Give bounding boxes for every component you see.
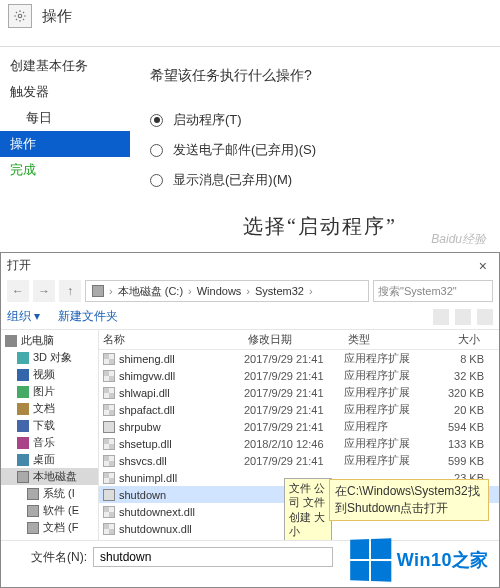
tree-item[interactable]: 音乐: [1, 434, 98, 451]
open-file-dialog: 打开 × ← → ↑ › 本地磁盘 (C:) › Windows › Syste…: [0, 252, 500, 588]
file-type: 应用程序: [344, 419, 424, 434]
file-name: shsvcs.dll: [119, 455, 167, 467]
tree-item[interactable]: 此电脑: [1, 332, 98, 349]
file-row[interactable]: shsetup.dll2018/2/10 12:46应用程序扩展133 KB: [99, 435, 499, 452]
tree-item-label: 软件 (E: [43, 503, 79, 518]
file-row[interactable]: shsvcs.dll2017/9/29 21:41应用程序扩展599 KB: [99, 452, 499, 469]
tree-item[interactable]: 桌面: [1, 451, 98, 468]
file-type: 应用程序扩展: [344, 436, 424, 451]
step-trigger[interactable]: 触发器: [0, 79, 130, 105]
tree-item[interactable]: 文档: [1, 400, 98, 417]
dialog-titlebar: 打开 ×: [1, 253, 499, 278]
tree-item-label: 文档 (F: [43, 520, 78, 535]
step-action[interactable]: 操作: [0, 131, 130, 157]
radio-start-program[interactable]: 启动程序(T): [150, 111, 490, 129]
action-form: 希望该任务执行什么操作? 启动程序(T) 发送电子邮件(已弃用)(S) 显示消息…: [130, 47, 500, 240]
dialog-title: 打开: [7, 257, 31, 274]
file-name: shimgvw.dll: [119, 370, 175, 382]
file-name: shunimpl.dll: [119, 472, 177, 484]
column-headers: 名称 修改日期 类型 大小: [99, 330, 499, 350]
folder-icon: [17, 454, 29, 466]
watermark: Baidu经验: [431, 231, 486, 248]
forward-button[interactable]: →: [33, 280, 55, 302]
file-row[interactable]: shimgvw.dll2017/9/29 21:41应用程序扩展32 KB: [99, 367, 499, 384]
tree-item[interactable]: 本地磁盘: [1, 468, 98, 485]
tree-item[interactable]: 视频: [1, 366, 98, 383]
file-type: 应用程序扩展: [344, 402, 424, 417]
filename-label: 文件名(N):: [31, 549, 87, 566]
tree-item[interactable]: 文档 (F: [1, 519, 98, 536]
step-finish[interactable]: 完成: [0, 157, 130, 183]
tree-item[interactable]: 图片: [1, 383, 98, 400]
crumb[interactable]: 本地磁盘 (C:): [118, 284, 183, 299]
file-date: 2017/9/29 21:41: [244, 353, 344, 365]
organize-button[interactable]: 组织 ▾: [7, 309, 40, 323]
file-type: 应用程序扩展: [344, 368, 424, 383]
radio-label: 发送电子邮件(已弃用)(S): [173, 141, 316, 159]
tree-item-label: 文档: [33, 401, 55, 416]
tree-item-label: 3D 对象: [33, 350, 72, 365]
task-scheduler-action-panel: 操作 创建基本任务 触发器 每日 操作 完成 希望该任务执行什么操作? 启动程序…: [0, 0, 500, 252]
file-name: shutdownux.dll: [119, 523, 192, 535]
folder-icon: [17, 386, 29, 398]
file-name: shsetup.dll: [119, 438, 172, 450]
view-icon[interactable]: [433, 309, 449, 325]
file-icon: [103, 455, 115, 467]
back-button[interactable]: ←: [7, 280, 29, 302]
step-create-task[interactable]: 创建基本任务: [0, 53, 130, 79]
dialog-toolbar: 组织 ▾ 新建文件夹: [1, 304, 499, 330]
step-daily[interactable]: 每日: [0, 105, 130, 131]
folder-icon: [5, 335, 17, 347]
file-icon: [103, 438, 115, 450]
file-icon: [103, 404, 115, 416]
tree-item[interactable]: 软件 (E: [1, 502, 98, 519]
search-input[interactable]: 搜索"System32": [373, 280, 493, 302]
radio-icon: [150, 114, 163, 127]
tree-item[interactable]: 3D 对象: [1, 349, 98, 366]
file-date: 2017/9/29 21:41: [244, 455, 344, 467]
crumb[interactable]: Windows: [197, 285, 242, 297]
col-date[interactable]: 修改日期: [244, 330, 344, 349]
tree-item-label: 图片: [33, 384, 55, 399]
folder-icon: [17, 352, 29, 364]
breadcrumb[interactable]: › 本地磁盘 (C:) › Windows › System32 ›: [85, 280, 369, 302]
file-row[interactable]: shrpubw2017/9/29 21:41应用程序594 KB: [99, 418, 499, 435]
file-row[interactable]: shlwapi.dll2017/9/29 21:41应用程序扩展320 KB: [99, 384, 499, 401]
folder-icon: [17, 420, 29, 432]
file-name: shutdownext.dll: [119, 506, 195, 518]
logo-text: Win10之家: [397, 548, 489, 572]
tree-item-label: 此电脑: [21, 333, 54, 348]
file-name: shrpubw: [119, 421, 161, 433]
folder-icon: [17, 437, 29, 449]
crumb[interactable]: System32: [255, 285, 304, 297]
gear-icon: [8, 4, 32, 28]
tree-item-label: 系统 (I: [43, 486, 75, 501]
tree-item-label: 下载: [33, 418, 55, 433]
radio-display-message[interactable]: 显示消息(已弃用)(M): [150, 171, 490, 189]
file-size: 594 KB: [424, 421, 484, 433]
close-icon[interactable]: ×: [473, 258, 493, 274]
filename-input[interactable]: [93, 547, 333, 567]
up-button[interactable]: ↑: [59, 280, 81, 302]
folder-icon: [27, 488, 39, 500]
col-type[interactable]: 类型: [344, 330, 424, 349]
col-size[interactable]: 大小: [424, 330, 484, 349]
wizard-steps: 创建基本任务 触发器 每日 操作 完成: [0, 47, 130, 240]
tree-item[interactable]: 系统 (I: [1, 485, 98, 502]
folder-icon: [17, 471, 29, 483]
radio-send-email[interactable]: 发送电子邮件(已弃用)(S): [150, 141, 490, 159]
file-date: 2018/2/10 12:46: [244, 438, 344, 450]
file-name: shwebsvc.dll: [119, 540, 181, 541]
col-name[interactable]: 名称: [99, 330, 244, 349]
tree-item[interactable]: 下载: [1, 417, 98, 434]
file-row[interactable]: shimeng.dll2017/9/29 21:41应用程序扩展8 KB: [99, 350, 499, 367]
help-icon[interactable]: [477, 309, 493, 325]
file-date: 2017/9/29 21:41: [244, 421, 344, 433]
view-icon[interactable]: [455, 309, 471, 325]
file-row[interactable]: shpafact.dll2017/9/29 21:41应用程序扩展20 KB: [99, 401, 499, 418]
file-date: 2017/9/29 21:41: [244, 387, 344, 399]
action-question: 希望该任务执行什么操作?: [150, 67, 490, 85]
new-folder-button[interactable]: 新建文件夹: [58, 309, 118, 323]
win10-logo: Win10之家: [349, 539, 489, 581]
file-size: 599 KB: [424, 455, 484, 467]
